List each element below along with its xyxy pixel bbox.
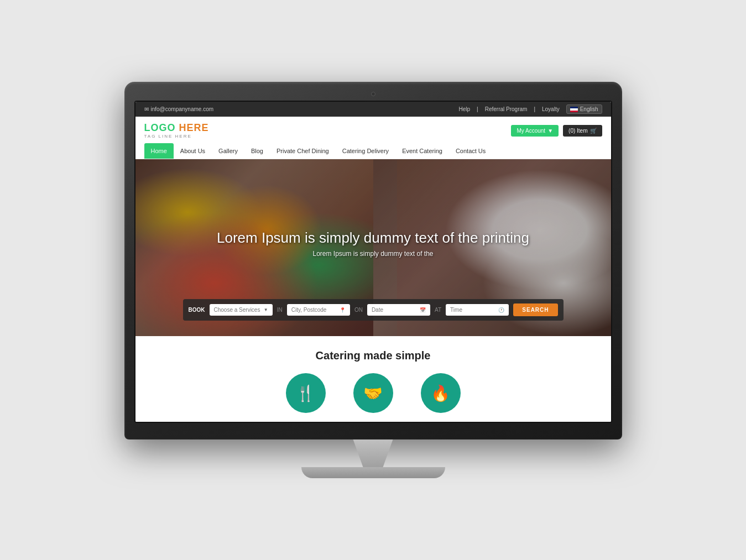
sep2: | (534, 106, 535, 112)
monitor-stand-base (301, 467, 445, 478)
logo-tagline: TAG LINE HERE (144, 134, 209, 139)
cart-icon: 🛒 (590, 128, 597, 134)
date-input[interactable] (372, 307, 418, 313)
email-address: info@companyname.com (151, 106, 214, 112)
language-selector[interactable]: English (566, 104, 602, 114)
clock-icon: 🕐 (498, 307, 504, 313)
search-bar: BOOK ▼ IN 📍 ON 📅 (183, 299, 564, 321)
hero-subtitle: Lorem Ipsum is simply dummy text of the (183, 250, 564, 258)
logo-logo: LOGO (144, 122, 179, 133)
city-field[interactable]: 📍 (287, 304, 350, 316)
nav-item-contact[interactable]: Contact Us (449, 143, 492, 159)
my-account-label: My Account (517, 128, 545, 134)
fork-knife-icon: 🍴 (296, 384, 315, 402)
email-icon: ✉ (144, 106, 149, 112)
book-label: BOOK (189, 307, 205, 313)
website: ✉ info@companyname.com Help | Referral P… (135, 102, 611, 422)
date-field[interactable]: 📅 (367, 304, 430, 316)
main-nav: Home About Us Gallery Blog Private Chef … (144, 143, 602, 159)
top-bar: ✉ info@companyname.com Help | Referral P… (135, 102, 611, 117)
cart-button[interactable]: (0) Item 🛒 (563, 125, 602, 137)
services-input[interactable] (214, 307, 262, 313)
monitor-shell: ✉ info@companyname.com Help | Referral P… (124, 82, 622, 478)
header-actions: My Account ▼ (0) Item 🛒 (511, 125, 602, 137)
handshake-feature-icon: 🤝 (353, 373, 393, 413)
dining-feature-icon: 🍴 (286, 373, 326, 413)
header: LOGO HERE TAG LINE HERE My Account ▼ (0)… (135, 117, 611, 159)
nav-item-catering-delivery[interactable]: Catering Delivery (336, 143, 395, 159)
nav-item-home[interactable]: Home (144, 143, 174, 159)
hero-section: Lorem Ipsum is simply dummy text of the … (135, 159, 611, 336)
help-link[interactable]: Help (459, 106, 471, 112)
chevron-down-icon: ▼ (547, 128, 553, 134)
monitor-screen: ✉ info@companyname.com Help | Referral P… (134, 101, 612, 423)
bottom-section: Catering made simple 🍴 🤝 🔥 (135, 336, 611, 422)
logo-here: HERE (179, 122, 209, 133)
feature-icons: 🍴 🤝 🔥 (144, 373, 602, 413)
referral-link[interactable]: Referral Program (485, 106, 528, 112)
at-label: AT (435, 307, 441, 313)
hero-title: Lorem Ipsum is simply dummy text of the … (183, 229, 564, 247)
nav-item-gallery[interactable]: Gallery (212, 143, 244, 159)
logo-text: LOGO HERE (144, 122, 209, 134)
in-label: IN (277, 307, 283, 313)
hero-content: Lorem Ipsum is simply dummy text of the … (183, 229, 564, 258)
sep1: | (477, 106, 478, 112)
monitor-stand-neck (340, 439, 406, 467)
flame-feature-icon: 🔥 (421, 373, 461, 413)
city-input[interactable] (291, 307, 337, 313)
monitor-camera (371, 92, 375, 96)
location-icon: 📍 (340, 307, 346, 313)
top-bar-right: Help | Referral Program | Loyalty Englis… (459, 104, 602, 114)
header-top: LOGO HERE TAG LINE HERE My Account ▼ (0)… (144, 122, 602, 139)
services-dropdown[interactable]: ▼ (210, 304, 273, 316)
loyalty-link[interactable]: Loyalty (542, 106, 560, 112)
search-button[interactable]: SEARCH (513, 303, 557, 316)
nav-item-event-catering[interactable]: Event Catering (395, 143, 449, 159)
flame-icon: 🔥 (431, 384, 450, 402)
time-input[interactable] (450, 307, 496, 313)
flag-icon (570, 107, 578, 112)
on-label: ON (354, 307, 363, 313)
cart-label: (0) Item (568, 128, 587, 134)
nav-item-blog[interactable]: Blog (244, 143, 270, 159)
section-title: Catering made simple (144, 349, 602, 362)
monitor-bezel: ✉ info@companyname.com Help | Referral P… (124, 82, 622, 439)
nav-item-private-chef[interactable]: Private Chef Dining (270, 143, 336, 159)
calendar-icon: 📅 (420, 307, 426, 313)
my-account-button[interactable]: My Account ▼ (511, 125, 559, 137)
top-bar-left: ✉ info@companyname.com (144, 106, 214, 112)
services-dropdown-arrow: ▼ (264, 307, 268, 312)
language-label: English (580, 106, 598, 112)
nav-item-about[interactable]: About Us (174, 143, 212, 159)
time-field[interactable]: 🕐 (446, 304, 509, 316)
logo-area: LOGO HERE TAG LINE HERE (144, 122, 209, 139)
handshake-icon: 🤝 (363, 384, 383, 402)
